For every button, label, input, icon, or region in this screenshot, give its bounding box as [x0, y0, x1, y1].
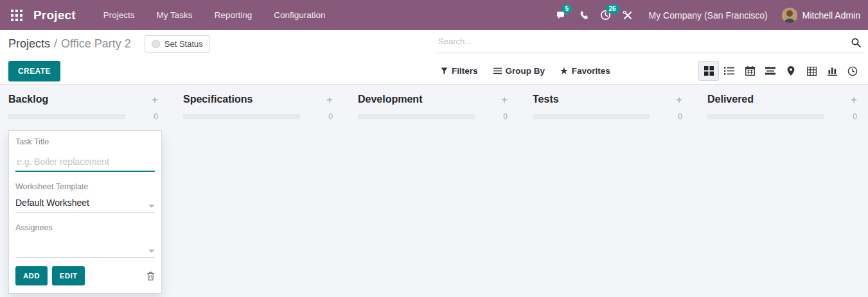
buttons-row: CREATE Filters Group By ★ Favorites [0, 58, 868, 84]
user-name[interactable]: Mitchell Admin [802, 10, 860, 21]
app-title[interactable]: Project [33, 8, 76, 22]
group-by-label: Group By [506, 66, 545, 76]
menu-my-tasks[interactable]: My Tasks [146, 0, 204, 30]
view-activity-button[interactable] [842, 61, 863, 81]
column-progress-row: 0 [707, 112, 857, 121]
calendar-icon [745, 66, 755, 76]
quick-create-footer: ADD EDIT [15, 266, 155, 285]
column-record-count: 0 [154, 112, 158, 121]
breadcrumb-parent-link[interactable]: Projects [8, 37, 50, 51]
tools-button[interactable] [617, 0, 639, 30]
breadcrumb-current: Office Party 2 [61, 37, 131, 51]
activity-view-clock-icon [847, 66, 858, 76]
apps-menu-icon[interactable] [8, 7, 25, 24]
kanban-column: Delivered + 0 [707, 85, 868, 297]
column-progress-row: 0 [533, 112, 682, 121]
pivot-icon [807, 67, 817, 76]
assignees-select[interactable] [15, 239, 155, 258]
group-by-button[interactable]: Group By [493, 66, 545, 76]
breadcrumb-row: Projects / Office Party 2 Set Status [0, 30, 868, 58]
top-navbar: Project Projects My Tasks Reporting Conf… [0, 0, 868, 30]
activities-button[interactable]: 26 [595, 0, 617, 30]
kanban-column-header: Tests + [533, 94, 682, 105]
view-pivot-button[interactable] [801, 61, 822, 81]
search-underline [437, 53, 864, 53]
column-progress-bar [8, 114, 125, 119]
menu-configuration[interactable]: Configuration [263, 0, 336, 30]
grid-icon [11, 10, 22, 21]
view-list-button[interactable] [719, 61, 740, 81]
task-title-field-wrap [15, 155, 155, 172]
column-add-button[interactable]: + [851, 94, 857, 105]
view-switcher [698, 61, 863, 81]
filters-label: Filters [452, 66, 478, 76]
worksheet-template-value: Default Worksheet [15, 198, 89, 208]
column-title: Delivered [707, 94, 754, 105]
view-map-button[interactable] [781, 61, 801, 81]
column-record-count: 0 [503, 112, 508, 121]
caret-down-icon [148, 205, 155, 208]
kanban-column: Tests + 0 [533, 85, 707, 297]
trash-icon[interactable] [146, 271, 155, 281]
navbar-left: Project Projects My Tasks Reporting Conf… [0, 0, 336, 30]
column-add-button[interactable]: + [152, 94, 158, 105]
task-title-input[interactable] [15, 155, 155, 172]
set-status-label: Set Status [164, 39, 203, 49]
funnel-icon [441, 67, 448, 74]
quick-create-card: Task Title Worksheet Template Default Wo… [8, 130, 162, 294]
messages-button[interactable]: 5 [551, 0, 573, 30]
company-switcher[interactable]: My Company (San Francisco) [649, 10, 768, 21]
kanban-column-inner: Specifications + 0 [183, 94, 333, 121]
odoo-project-app: Project Projects My Tasks Reporting Conf… [0, 0, 868, 297]
caret-down-icon [148, 250, 155, 253]
kanban-column-inner: Development + 0 [358, 94, 508, 121]
view-calendar-button[interactable] [740, 61, 760, 81]
menu-projects[interactable]: Projects [93, 0, 146, 30]
breadcrumb-separator: / [54, 37, 57, 51]
search-icon[interactable] [851, 37, 862, 51]
column-add-button[interactable]: + [501, 94, 508, 105]
favorites-button[interactable]: ★ Favorites [560, 66, 610, 76]
worksheet-template-select[interactable]: Default Worksheet [15, 198, 155, 213]
group-by-icon [493, 67, 502, 74]
kanban-column-header: Delivered + [707, 94, 857, 105]
menu-reporting[interactable]: Reporting [204, 0, 263, 30]
column-progress-row: 0 [183, 112, 333, 121]
task-title-label: Task Title [15, 137, 155, 146]
user-avatar[interactable] [782, 8, 797, 23]
avatar-image [782, 8, 797, 23]
column-progress-row: 0 [8, 112, 158, 121]
view-kanban-button[interactable] [698, 61, 719, 81]
favorites-label: Favorites [572, 66, 610, 76]
list-icon [724, 67, 734, 75]
wrench-screwdriver-icon [623, 10, 633, 21]
messages-badge: 5 [562, 4, 572, 13]
kanban-column: Development + 0 [358, 85, 533, 297]
assignees-label: Assignees [15, 223, 155, 232]
map-pin-icon [787, 66, 795, 76]
search-input[interactable] [438, 37, 838, 46]
column-title: Backlog [8, 94, 48, 105]
column-add-button[interactable]: + [676, 94, 682, 105]
column-title: Tests [533, 94, 559, 105]
view-gantt-button[interactable] [760, 61, 781, 81]
filter-bar: Filters Group By ★ Favorites [441, 58, 610, 84]
edit-button[interactable]: EDIT [52, 266, 85, 285]
status-circle-icon [152, 40, 160, 48]
column-record-count: 0 [678, 112, 682, 121]
bar-chart-icon [828, 66, 837, 76]
view-graph-button[interactable] [822, 61, 842, 81]
column-record-count: 0 [853, 112, 857, 121]
main-menu: Projects My Tasks Reporting Configuratio… [93, 0, 337, 30]
kanban-column-inner: Delivered + 0 [707, 94, 857, 121]
filters-button[interactable]: Filters [441, 66, 478, 76]
column-add-button[interactable]: + [326, 94, 333, 105]
set-status-button[interactable]: Set Status [145, 35, 210, 53]
kanban-column-header: Backlog + [8, 94, 158, 105]
column-title: Development [358, 94, 422, 105]
voip-button[interactable] [573, 0, 595, 30]
create-button[interactable]: CREATE [8, 61, 60, 81]
add-button[interactable]: ADD [15, 266, 48, 285]
column-progress-bar [183, 114, 300, 119]
systray: 5 26 My Company (San Francis [551, 0, 868, 30]
